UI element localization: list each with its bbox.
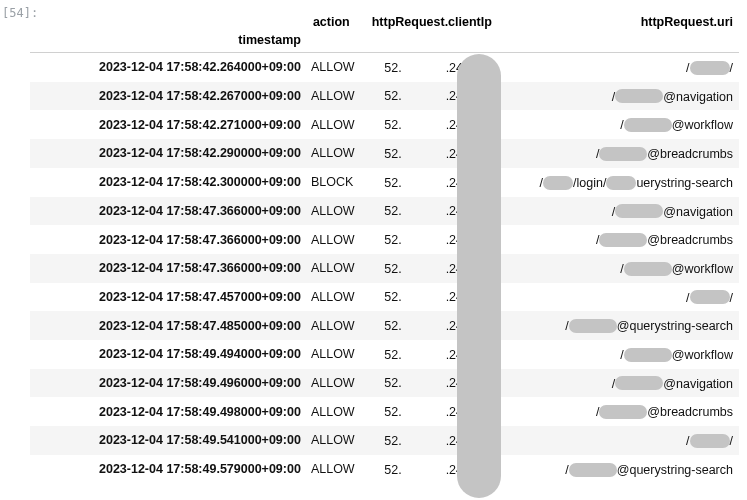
redacted-segment — [569, 463, 617, 477]
ip-redaction-bar — [457, 54, 501, 498]
table-row: 2023-12-04 17:58:49.579000+09:00ALLOW52.… — [30, 455, 739, 484]
cell-uri: /@navigation — [496, 369, 739, 398]
cell-uri: /@breadcrumbs — [496, 225, 739, 254]
table-row: 2023-12-04 17:58:49.498000+09:00ALLOW52.… — [30, 397, 739, 426]
notebook-output: [54]: timestamp action httpRequest.clien… — [0, 0, 747, 500]
log-table: timestamp action httpRequest.clientIp ht… — [30, 4, 739, 484]
redacted-segment — [624, 348, 672, 362]
cell-timestamp: 2023-12-04 17:58:42.267000+09:00 — [30, 82, 307, 111]
cell-timestamp: 2023-12-04 17:58:47.457000+09:00 — [30, 283, 307, 312]
table-row: 2023-12-04 17:58:42.267000+09:00ALLOW52.… — [30, 82, 739, 111]
cell-action: ALLOW — [307, 225, 366, 254]
cell-uri: /@workflow — [496, 254, 739, 283]
cell-timestamp: 2023-12-04 17:58:49.541000+09:00 — [30, 426, 307, 455]
redacted-segment — [599, 233, 647, 247]
col-header-uri: httpRequest.uri — [496, 4, 739, 53]
redacted-segment — [569, 319, 617, 333]
col-header-clientip: httpRequest.clientIp — [366, 4, 496, 53]
cell-uri: /@querystring-search — [496, 455, 739, 484]
cell-uri: // — [496, 426, 739, 455]
cell-action: ALLOW — [307, 110, 366, 139]
cell-action: ALLOW — [307, 53, 366, 82]
table-row: 2023-12-04 17:58:42.271000+09:00ALLOW52.… — [30, 110, 739, 139]
cell-timestamp: 2023-12-04 17:58:47.366000+09:00 — [30, 254, 307, 283]
cell-action: ALLOW — [307, 340, 366, 369]
cell-uri: /@breadcrumbs — [496, 139, 739, 168]
redacted-segment — [599, 405, 647, 419]
col-header-timestamp: timestamp — [30, 4, 307, 53]
cell-uri: /@workflow — [496, 340, 739, 369]
redacted-segment — [615, 376, 663, 390]
redacted-segment — [690, 290, 730, 304]
redacted-segment — [599, 147, 647, 161]
cell-uri: // — [496, 53, 739, 82]
table-row: 2023-12-04 17:58:47.366000+09:00ALLOW52.… — [30, 197, 739, 226]
redacted-segment — [615, 204, 663, 218]
cell-uri: /@querystring-search — [496, 311, 739, 340]
cell-uri: /@breadcrumbs — [496, 397, 739, 426]
cell-action: ALLOW — [307, 82, 366, 111]
cell-action: ALLOW — [307, 139, 366, 168]
cell-action: ALLOW — [307, 455, 366, 484]
table-row: 2023-12-04 17:58:49.496000+09:00ALLOW52.… — [30, 369, 739, 398]
cell-timestamp: 2023-12-04 17:58:49.496000+09:00 — [30, 369, 307, 398]
dataframe-output: timestamp action httpRequest.clientIp ht… — [30, 4, 739, 484]
cell-timestamp: 2023-12-04 17:58:47.366000+09:00 — [30, 225, 307, 254]
cell-timestamp: 2023-12-04 17:58:42.264000+09:00 — [30, 53, 307, 82]
table-row: 2023-12-04 17:58:47.485000+09:00ALLOW52.… — [30, 311, 739, 340]
cell-action: ALLOW — [307, 283, 366, 312]
redacted-segment — [690, 434, 730, 448]
cell-uri: /@workflow — [496, 110, 739, 139]
cell-uri: // — [496, 283, 739, 312]
cell-uri: /@navigation — [496, 82, 739, 111]
redacted-segment — [690, 61, 730, 75]
cell-action: ALLOW — [307, 197, 366, 226]
cell-timestamp: 2023-12-04 17:58:47.485000+09:00 — [30, 311, 307, 340]
table-row: 2023-12-04 17:58:47.366000+09:00ALLOW52.… — [30, 225, 739, 254]
cell-uri: /@navigation — [496, 197, 739, 226]
redacted-segment — [624, 262, 672, 276]
table-row: 2023-12-04 17:58:47.366000+09:00ALLOW52.… — [30, 254, 739, 283]
cell-timestamp: 2023-12-04 17:58:47.366000+09:00 — [30, 197, 307, 226]
redacted-segment — [615, 89, 663, 103]
table-row: 2023-12-04 17:58:42.264000+09:00ALLOW52.… — [30, 53, 739, 82]
cell-timestamp: 2023-12-04 17:58:49.498000+09:00 — [30, 397, 307, 426]
cell-uri: //login/uerystring-search — [496, 168, 739, 197]
cell-timestamp: 2023-12-04 17:58:49.579000+09:00 — [30, 455, 307, 484]
cell-action: ALLOW — [307, 311, 366, 340]
cell-action: ALLOW — [307, 254, 366, 283]
cell-action: BLOCK — [307, 168, 366, 197]
cell-action: ALLOW — [307, 426, 366, 455]
table-row: 2023-12-04 17:58:47.457000+09:00ALLOW52.… — [30, 283, 739, 312]
cell-timestamp: 2023-12-04 17:58:42.290000+09:00 — [30, 139, 307, 168]
col-header-timestamp-label: timestamp — [36, 33, 301, 47]
table-row: 2023-12-04 17:58:42.300000+09:00BLOCK52.… — [30, 168, 739, 197]
cell-action: ALLOW — [307, 369, 366, 398]
table-row: 2023-12-04 17:58:49.541000+09:00ALLOW52.… — [30, 426, 739, 455]
cell-timestamp: 2023-12-04 17:58:42.300000+09:00 — [30, 168, 307, 197]
redacted-segment — [624, 118, 672, 132]
cell-timestamp: 2023-12-04 17:58:42.271000+09:00 — [30, 110, 307, 139]
redacted-segment — [606, 176, 636, 190]
cell-timestamp: 2023-12-04 17:58:49.494000+09:00 — [30, 340, 307, 369]
col-header-action: action — [307, 4, 366, 53]
table-row: 2023-12-04 17:58:42.290000+09:00ALLOW52.… — [30, 139, 739, 168]
cell-action: ALLOW — [307, 397, 366, 426]
table-body: 2023-12-04 17:58:42.264000+09:00ALLOW52.… — [30, 53, 739, 484]
redacted-segment — [543, 176, 573, 190]
table-row: 2023-12-04 17:58:49.494000+09:00ALLOW52.… — [30, 340, 739, 369]
